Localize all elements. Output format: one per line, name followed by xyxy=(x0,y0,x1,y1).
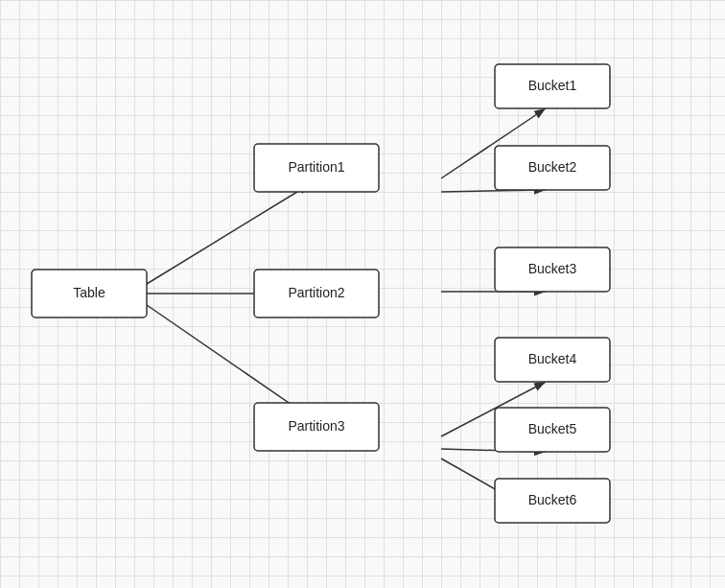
partition2-node-label: Partition2 xyxy=(288,285,344,300)
bucket5-node-label: Bucket5 xyxy=(528,421,577,436)
bucket4-node-label: Bucket4 xyxy=(528,351,577,366)
bucket1-node-label: Bucket1 xyxy=(528,78,577,93)
edge-table-partition3 xyxy=(147,305,310,417)
diagram-canvas: Table Partition1 Partition2 Partition3 B… xyxy=(0,0,725,588)
table-node-label: Table xyxy=(73,285,105,300)
bucket2-node-label: Bucket2 xyxy=(528,159,577,175)
partition1-node-label: Partition1 xyxy=(288,159,344,175)
partition3-node-label: Partition3 xyxy=(288,418,344,434)
bucket6-node-label: Bucket6 xyxy=(528,492,577,507)
bucket3-node-label: Bucket3 xyxy=(528,261,577,276)
